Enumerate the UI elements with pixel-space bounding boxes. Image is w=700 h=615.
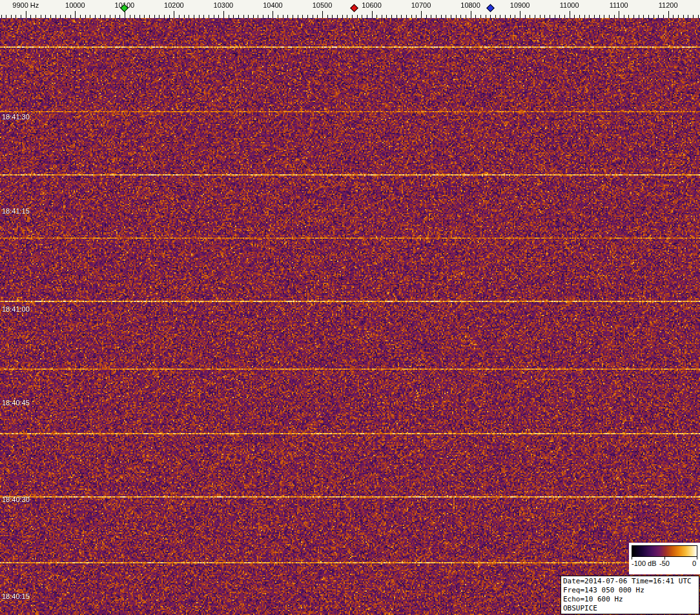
time-tick-label: 18:40:30	[2, 496, 30, 503]
legend-labels: -100 dB -50 0	[632, 560, 697, 569]
freq-tick-label: 10000	[65, 1, 85, 9]
freq-tick-label: 10400	[263, 1, 283, 9]
info-station: OBSUPICE	[563, 604, 697, 613]
time-tick-label: 18:41:15	[2, 207, 30, 215]
spectrogram-canvas[interactable]	[0, 18, 700, 615]
legend-max-label: 0	[692, 560, 696, 567]
freq-tick-label: 10800	[460, 1, 480, 9]
time-tick-label: 18:40:15	[2, 592, 30, 600]
info-frequency: Freq=143 050 000 Hz	[563, 586, 697, 595]
freq-tick-label: 10900	[510, 1, 530, 9]
intensity-gradient-bar	[632, 545, 697, 557]
freq-tick-label: 10200	[164, 1, 184, 9]
spectrogram-app: 9900 Hz100001010010200103001040010500106…	[0, 0, 700, 615]
info-date-time: Date=2014-07-06 Time=16:41 UTC	[563, 577, 697, 586]
freq-tick-label: 9900 Hz	[12, 1, 39, 9]
freq-tick-label: 11100	[610, 1, 628, 9]
intensity-legend: -100 dB -50 0	[629, 543, 700, 574]
time-tick-label: 18:40:45	[2, 399, 30, 407]
freq-tick-label: 11000	[560, 1, 579, 9]
freq-tick-label: 11200	[659, 1, 678, 9]
observation-info-box: Date=2014-07-06 Time=16:41 UTC Freq=143 …	[561, 576, 699, 614]
freq-tick-label: 10700	[411, 1, 431, 9]
freq-tick-label: 10300	[214, 1, 234, 9]
freq-tick-label: 10600	[362, 1, 382, 9]
info-echo: Echo=10 600 Hz	[563, 595, 697, 604]
spectrogram-area: -100 dB -50 0 Date=2014-07-06 Time=16:41…	[0, 18, 700, 615]
time-tick-label: 18:41:30	[2, 113, 30, 121]
frequency-tick-marks	[0, 0, 700, 18]
legend-mid-label: -50	[659, 560, 670, 567]
freq-tick-label: 10500	[313, 1, 333, 9]
time-tick-label: 18:41:00	[2, 305, 30, 313]
frequency-ruler[interactable]: 9900 Hz100001010010200103001040010500106…	[0, 0, 700, 18]
legend-min-label: -100 dB	[632, 560, 657, 567]
